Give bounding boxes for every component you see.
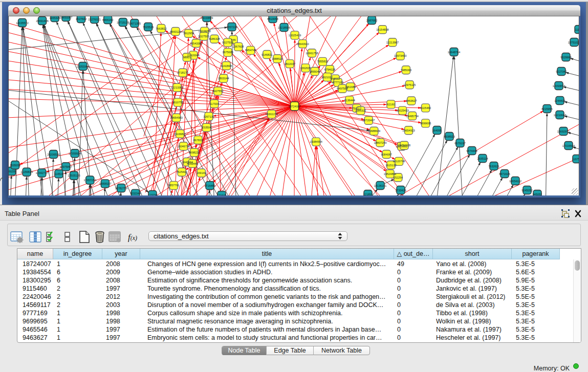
svg-text:7485063: 7485063 <box>401 69 411 72</box>
svg-text:9329966: 9329966 <box>560 56 571 59</box>
svg-text:18720407: 18720407 <box>362 119 375 122</box>
svg-text:7632621: 7632621 <box>488 165 499 168</box>
svg-text:153504: 153504 <box>202 126 211 129</box>
svg-text:10653287: 10653287 <box>60 16 72 19</box>
svg-text:945052: 945052 <box>533 193 542 196</box>
svg-text:1588520: 1588520 <box>272 57 282 60</box>
svg-text:121853: 121853 <box>363 193 373 196</box>
svg-text:16961758: 16961758 <box>306 52 318 55</box>
svg-text:9115460: 9115460 <box>420 106 431 110</box>
svg-text:9857791: 9857791 <box>168 184 179 187</box>
svg-text:1733426: 1733426 <box>395 189 406 192</box>
svg-text:13325419: 13325419 <box>289 34 301 37</box>
svg-text:1899044: 1899044 <box>309 70 320 73</box>
svg-text:10654112: 10654112 <box>509 180 521 183</box>
svg-text:867833: 867833 <box>193 139 203 142</box>
svg-text:9327505: 9327505 <box>199 35 209 38</box>
svg-text:12093873: 12093873 <box>553 84 565 87</box>
svg-text:17359934: 17359934 <box>69 152 81 155</box>
svg-text:62160: 62160 <box>387 103 395 106</box>
svg-text:1610755: 1610755 <box>172 101 183 104</box>
svg-text:123234: 123234 <box>148 193 157 196</box>
svg-text:2136444: 2136444 <box>344 99 355 102</box>
svg-text:21053346: 21053346 <box>77 65 89 68</box>
svg-text:16033809: 16033809 <box>201 16 213 19</box>
svg-text:116753: 116753 <box>572 158 579 161</box>
svg-text:3675685: 3675685 <box>222 51 233 54</box>
svg-text:12505135: 12505135 <box>68 174 80 177</box>
svg-text:18724007: 18724007 <box>288 105 300 108</box>
svg-text:1822037: 1822037 <box>285 62 295 65</box>
svg-text:2386322: 2386322 <box>355 109 366 112</box>
svg-text:1615132: 1615132 <box>385 164 396 167</box>
svg-text:16648764: 16648764 <box>448 51 460 54</box>
svg-text:11156829: 11156829 <box>20 170 33 173</box>
svg-text:8186328: 8186328 <box>209 37 220 40</box>
svg-text:9463627: 9463627 <box>406 99 417 102</box>
svg-text:114519: 114519 <box>54 172 63 176</box>
svg-text:15276021: 15276021 <box>88 18 100 21</box>
svg-text:6679197: 6679197 <box>454 142 465 145</box>
svg-text:10025433: 10025433 <box>396 109 408 112</box>
svg-text:9146821: 9146821 <box>262 53 272 56</box>
svg-text:15751024: 15751024 <box>568 41 579 44</box>
svg-text:9777169: 9777169 <box>333 81 343 84</box>
svg-text:10719135: 10719135 <box>117 21 129 24</box>
svg-text:98901: 98901 <box>183 56 191 59</box>
svg-text:117004: 117004 <box>210 102 219 105</box>
svg-text:9327508: 9327508 <box>222 41 233 44</box>
svg-text:19654983: 19654983 <box>170 116 182 119</box>
svg-text:169144: 169144 <box>197 171 206 174</box>
svg-text:9474444: 9474444 <box>466 149 477 152</box>
svg-text:3716485: 3716485 <box>204 184 215 187</box>
svg-text:16120746: 16120746 <box>393 160 405 163</box>
svg-text:39159: 39159 <box>9 170 15 173</box>
svg-text:2718170: 2718170 <box>177 71 188 74</box>
svg-text:19654923: 19654923 <box>402 129 415 132</box>
svg-text:19524861: 19524861 <box>384 172 396 176</box>
svg-text:19756928: 19756928 <box>398 144 410 147</box>
svg-text:2803144: 2803144 <box>218 77 229 80</box>
svg-text:7663822: 7663822 <box>156 27 166 30</box>
svg-text:7955812: 7955812 <box>317 60 328 63</box>
svg-text:1244415: 1244415 <box>554 99 565 102</box>
svg-text:1362635: 1362635 <box>300 67 311 70</box>
svg-text:4099449: 4099449 <box>187 162 198 165</box>
svg-text:7625402: 7625402 <box>176 170 187 173</box>
svg-text:16210643: 16210643 <box>554 114 566 117</box>
svg-text:8454749: 8454749 <box>245 49 256 52</box>
svg-text:2935114: 2935114 <box>477 157 488 160</box>
svg-text:13226058: 13226058 <box>198 30 210 33</box>
svg-text:3698222: 3698222 <box>189 151 200 154</box>
svg-text:7357224: 7357224 <box>226 26 237 29</box>
svg-text:19302273: 19302273 <box>265 113 277 116</box>
svg-text:9227342: 9227342 <box>556 70 567 73</box>
svg-text:7515526: 7515526 <box>143 26 154 29</box>
svg-text:3267130: 3267130 <box>203 115 214 118</box>
svg-text:1527602: 1527602 <box>76 17 86 20</box>
svg-text:164095: 164095 <box>432 129 442 132</box>
svg-text:12342737: 12342737 <box>36 171 48 174</box>
svg-text:16782759: 16782759 <box>115 187 127 190</box>
svg-text:14136141: 14136141 <box>374 184 386 187</box>
svg-text:6497568: 6497568 <box>337 87 347 90</box>
svg-text:8215955: 8215955 <box>541 107 552 111</box>
svg-text:9245052: 9245052 <box>521 189 532 192</box>
svg-text:16046738: 16046738 <box>177 145 189 148</box>
svg-text:15692971: 15692971 <box>557 130 570 133</box>
svg-text:11123: 11123 <box>575 28 579 31</box>
svg-text:8938923: 8938923 <box>444 135 454 138</box>
svg-text:20991406: 20991406 <box>36 19 48 23</box>
svg-text:20206536: 20206536 <box>47 153 59 156</box>
svg-text:9699695: 9699695 <box>420 122 431 125</box>
svg-text:18640910: 18640910 <box>296 42 309 46</box>
svg-text:945112: 945112 <box>331 77 340 80</box>
svg-text:10671355: 10671355 <box>128 22 141 25</box>
svg-text:16154838: 16154838 <box>376 28 388 31</box>
svg-text:19384554: 19384554 <box>310 140 322 143</box>
svg-text:8813054: 8813054 <box>267 17 278 20</box>
svg-text:2087682: 2087682 <box>366 19 377 22</box>
svg-text:9242848: 9242848 <box>221 64 232 68</box>
svg-text:6466160: 6466160 <box>102 18 113 21</box>
svg-text:19218506: 19218506 <box>278 26 290 29</box>
